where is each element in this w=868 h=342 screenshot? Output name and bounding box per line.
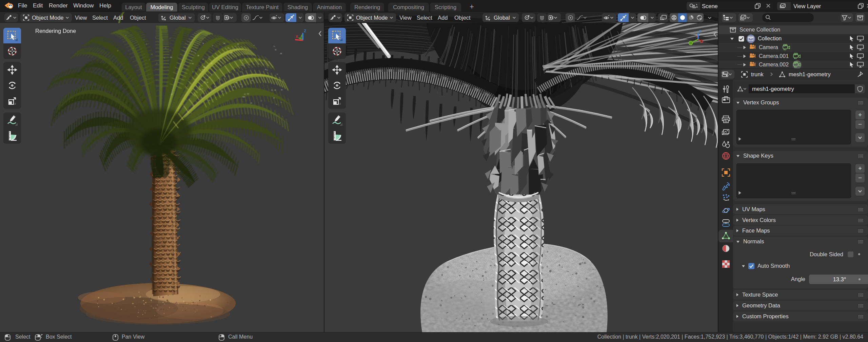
svg-text:x: x xyxy=(296,33,298,39)
svg-text:z: z xyxy=(699,28,702,34)
svg-text:z: z xyxy=(304,28,307,33)
svg-text:x: x xyxy=(696,34,698,39)
